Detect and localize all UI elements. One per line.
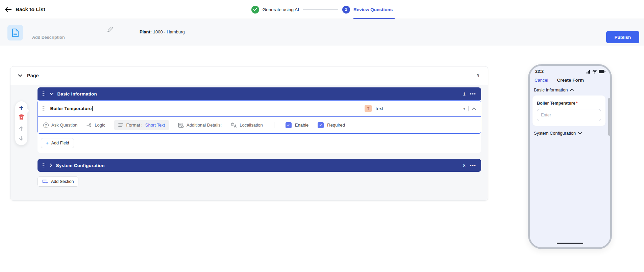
phone-home-indicator — [557, 243, 583, 244]
format-value: Short Text — [145, 123, 165, 128]
stepper: Generate using AI 2 Review Questions — [0, 0, 644, 19]
field-toolbar: ? Ask Question Logic Format : Short Text — [38, 117, 481, 133]
field-name-input[interactable]: Boiler Temperature — [50, 106, 93, 111]
required-asterisk: * — [576, 101, 578, 106]
stepper-connector — [303, 9, 338, 10]
add-section-label: Add Section — [51, 179, 74, 184]
form-header-band: Add Description Plant: 1000 - Hamburg Pu… — [0, 19, 644, 46]
section-system-configuration: System Configuration 8 ••• — [38, 159, 481, 172]
required-checkbox-item[interactable]: ✓ Required — [318, 122, 345, 128]
section-field-count: 1 — [463, 91, 466, 97]
add-button[interactable]: + — [19, 104, 24, 112]
toolbar-divider — [274, 122, 274, 128]
drag-handle-icon[interactable] — [43, 163, 46, 168]
chevron-up-icon — [570, 89, 574, 91]
plus-icon: + — [46, 141, 49, 145]
section-header-system-configuration[interactable]: System Configuration 8 ••• — [38, 159, 481, 172]
phone-time: 22:2 — [535, 69, 544, 74]
phone-section-system-configuration[interactable]: System Configuration — [534, 131, 582, 136]
phone-nav-bar: Cancel Create Form — [535, 78, 584, 83]
required-label: Required — [327, 123, 345, 128]
chevron-down-icon — [578, 132, 582, 134]
enable-checkbox[interactable]: ✓ — [286, 122, 292, 128]
phone-cancel-button[interactable]: Cancel — [535, 78, 548, 83]
phone-status-bar: 22:2 — [535, 69, 605, 74]
field-actions-toolbar: + — [15, 101, 28, 145]
collapse-field-chevron-up-icon[interactable] — [472, 107, 476, 110]
arrow-up-icon — [19, 126, 24, 132]
form-icon-tile[interactable] — [7, 25, 23, 40]
section-body: Boiler Temperature T Text ▾ — [38, 100, 481, 153]
localisation-button[interactable]: Localisation — [231, 123, 263, 128]
additional-details-label: Additional Details: — [187, 123, 222, 128]
format-button[interactable]: Format : Short Text — [114, 120, 169, 130]
step-review-questions[interactable]: 2 Review Questions — [342, 0, 393, 19]
phone-field-card: Boiler Temperature* — [532, 96, 605, 126]
section-title: System Configuration — [56, 163, 105, 168]
section-basic-information: Basic Information 1 ••• Boiler Temperatu… — [38, 87, 481, 153]
drag-handle-icon[interactable] — [43, 91, 46, 97]
battery-icon — [599, 70, 605, 73]
section-field-count: 8 — [463, 163, 466, 168]
additional-details-button[interactable]: Additional Details: — [178, 123, 222, 128]
ask-question-label: Ask Question — [51, 123, 77, 128]
chevron-down-icon[interactable] — [50, 92, 54, 95]
add-section-icon — [42, 179, 48, 184]
field-card-boiler-temperature: Boiler Temperature T Text ▾ — [38, 100, 481, 134]
format-label: Format : — [126, 123, 142, 128]
section-header-basic-information[interactable]: Basic Information 1 ••• — [38, 87, 481, 100]
more-options-icon[interactable]: ••• — [470, 92, 476, 96]
chevron-down-icon — [18, 74, 22, 77]
field-type-selector[interactable]: T Text ▾ — [365, 105, 476, 112]
arrow-down-icon — [19, 135, 24, 141]
chevron-right-icon[interactable] — [50, 163, 52, 167]
signal-icon — [587, 70, 591, 74]
logic-button[interactable]: Logic — [86, 123, 105, 128]
phone-field-label-row: Boiler Temperature* — [537, 100, 601, 106]
plant-value: 1000 - Hamburg — [153, 29, 185, 34]
enable-checkbox-item[interactable]: ✓ Enable — [286, 122, 308, 128]
phone-field-input[interactable] — [537, 109, 601, 121]
add-section-row: Add Section — [38, 176, 481, 187]
text-cursor — [92, 106, 93, 111]
format-lines-icon — [118, 123, 123, 127]
trash-icon — [19, 114, 24, 120]
step2-number-badge: 2 — [342, 6, 350, 13]
page-row[interactable]: Page 9 — [10, 66, 488, 85]
add-section-button[interactable]: Add Section — [38, 176, 78, 187]
top-bar: Back to List Generate using AI 2 Review … — [0, 0, 644, 19]
additional-details-icon — [178, 123, 184, 128]
section-title: Basic Information — [57, 91, 97, 97]
step-generate-using-ai[interactable]: Generate using AI — [251, 0, 299, 19]
step1-complete-icon — [251, 6, 259, 13]
plant-info: Plant: 1000 - Hamburg — [140, 29, 185, 34]
add-field-label: Add Field — [51, 141, 69, 145]
logic-label: Logic — [95, 123, 105, 128]
phone-scrollbar[interactable] — [608, 98, 611, 136]
phone-section-basic-information[interactable]: Basic Information — [534, 87, 574, 92]
phone-section1-label: Basic Information — [534, 87, 568, 92]
required-checkbox[interactable]: ✓ — [318, 122, 324, 128]
wifi-icon — [592, 70, 597, 74]
document-icon — [11, 28, 19, 37]
plant-label: Plant: — [140, 29, 152, 34]
dropdown-caret-icon[interactable]: ▾ — [463, 106, 465, 111]
move-up-button[interactable] — [19, 126, 24, 132]
page-title: Page — [27, 73, 39, 78]
localisation-label: Localisation — [240, 123, 263, 128]
move-down-button[interactable] — [19, 135, 24, 141]
step1-label: Generate using AI — [263, 7, 299, 12]
publish-button[interactable]: Publish — [606, 31, 639, 43]
phone-field-label: Boiler Temperature — [537, 101, 575, 106]
field-name-row: Boiler Temperature T Text ▾ — [38, 101, 481, 116]
edit-pencil-icon[interactable] — [107, 26, 113, 34]
add-field-button[interactable]: + Add Field — [41, 138, 74, 148]
delete-button[interactable] — [19, 114, 24, 120]
field-type-label: Text — [375, 106, 383, 111]
more-options-icon[interactable]: ••• — [470, 164, 476, 167]
drag-handle-icon[interactable] — [43, 106, 46, 111]
enable-label: Enable — [295, 123, 308, 128]
add-description-button[interactable]: Add Description — [32, 35, 65, 40]
ask-question-button[interactable]: ? Ask Question — [43, 123, 77, 128]
phone-preview: 22:2 Cancel Create Form Basic Informatio… — [528, 64, 612, 249]
